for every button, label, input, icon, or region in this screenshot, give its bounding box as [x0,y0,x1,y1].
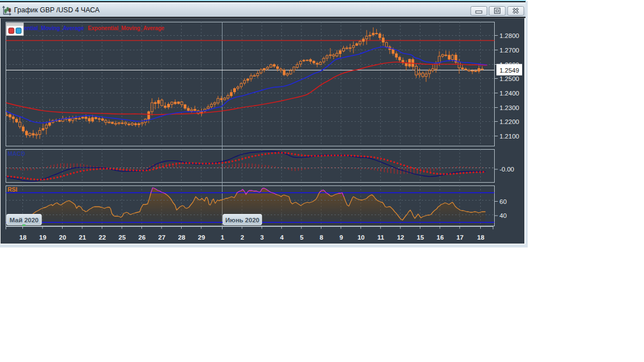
svg-text:9: 9 [339,234,343,241]
svg-text:22: 22 [99,234,106,241]
svg-text:20: 20 [59,234,67,241]
svg-text:ential_Moving_Average: ential_Moving_Average [24,25,84,31]
svg-text:28: 28 [178,234,186,241]
svg-text:Июнь 2020: Июнь 2020 [225,217,259,223]
svg-text:18: 18 [20,234,27,241]
svg-text:1.2800: 1.2800 [500,32,519,39]
svg-text:RSI: RSI [8,186,18,193]
svg-text:19: 19 [39,234,46,241]
svg-text:График GBP /USD 4 ЧАСА: График GBP /USD 4 ЧАСА [14,6,100,14]
svg-text:Exponential_Moving_Average: Exponential_Moving_Average [88,25,164,31]
svg-text:17: 17 [456,234,463,241]
svg-text:8: 8 [320,234,324,241]
svg-text:1.2400: 1.2400 [500,90,519,97]
svg-text:18: 18 [477,234,485,241]
svg-text:MACD: MACD [8,150,26,157]
svg-text:21: 21 [79,234,86,241]
svg-text:29: 29 [198,234,205,241]
svg-text:16: 16 [437,234,444,241]
svg-text:26: 26 [139,234,146,241]
svg-text:11: 11 [377,234,385,241]
svg-text:-0.00: -0.00 [500,166,514,173]
svg-text:10: 10 [357,234,364,241]
svg-text:60: 60 [500,198,507,205]
svg-text:3: 3 [261,234,264,241]
svg-text:27: 27 [158,234,165,241]
svg-text:2: 2 [240,234,244,241]
svg-text:1.2300: 1.2300 [500,104,519,111]
svg-text:1.2549: 1.2549 [499,67,519,74]
svg-text:1.2500: 1.2500 [500,75,519,82]
svg-text:15: 15 [417,234,424,241]
svg-text:25: 25 [119,234,126,241]
svg-text:4: 4 [280,234,284,241]
svg-text:1: 1 [221,234,225,241]
svg-text:Май 2020: Май 2020 [10,217,39,223]
svg-text:1.2100: 1.2100 [500,133,519,140]
svg-text:12: 12 [397,234,404,241]
svg-text:40: 40 [500,212,507,219]
svg-text:1.2700: 1.2700 [500,47,519,54]
svg-text:5: 5 [300,234,304,241]
svg-text:1.2200: 1.2200 [500,118,519,125]
